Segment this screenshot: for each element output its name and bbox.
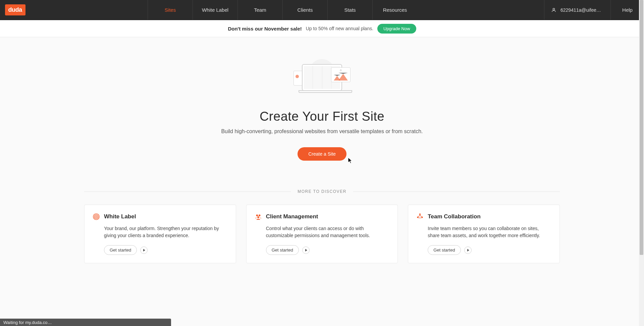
feature-cards: White Label Your brand, our platform. St… xyxy=(84,205,560,263)
card-title: Team Collaboration xyxy=(428,213,480,220)
nav-resources[interactable]: Resources xyxy=(372,0,417,20)
nav-items: Sites White Label Team Clients Stats Res… xyxy=(148,0,417,20)
svg-point-9 xyxy=(417,217,419,218)
svg-point-2 xyxy=(94,215,99,219)
card-title: White Label xyxy=(104,213,136,220)
scrollbar-track[interactable] xyxy=(639,0,644,326)
promo-detail: Up to 50% off new annual plans. xyxy=(306,26,373,31)
svg-point-7 xyxy=(257,216,259,218)
nav-stats[interactable]: Stats xyxy=(327,0,372,20)
play-icon xyxy=(467,249,469,252)
svg-point-8 xyxy=(419,213,421,215)
upgrade-button[interactable]: Upgrade Now xyxy=(377,24,416,34)
user-icon xyxy=(551,7,556,13)
scrollbar-thumb[interactable] xyxy=(640,0,643,255)
play-video-button[interactable] xyxy=(140,247,148,254)
divider-line-right xyxy=(353,192,560,192)
hero-subtitle: Build high-converting, professional webs… xyxy=(65,128,579,134)
get-started-button[interactable]: Get started xyxy=(428,245,461,255)
svg-point-10 xyxy=(421,217,423,218)
nav-white-label[interactable]: White Label xyxy=(193,0,237,20)
nav-team[interactable]: Team xyxy=(237,0,282,20)
card-client-management: Client Management Control what your clie… xyxy=(246,205,398,263)
promo-banner: Don't miss our November sale! Up to 50% … xyxy=(0,20,644,37)
get-started-button[interactable]: Get started xyxy=(104,245,137,255)
card-description: Invite team members so you can collabora… xyxy=(416,225,551,239)
card-team-collaboration: Team Collaboration Invite team members s… xyxy=(408,205,560,263)
card-white-label: White Label Your brand, our platform. St… xyxy=(84,205,236,263)
divider-label: MORE TO DISCOVER xyxy=(298,189,346,194)
logo[interactable]: duda xyxy=(0,4,30,15)
hero-illustration xyxy=(293,59,351,103)
create-site-button[interactable]: Create a Site xyxy=(298,147,346,161)
people-icon xyxy=(255,213,262,220)
card-description: Control what your clients can access or … xyxy=(255,225,390,239)
user-email: 6229411a@uifee… xyxy=(560,7,601,13)
card-description: Your brand, our platform. Strengthen you… xyxy=(93,225,228,239)
play-icon xyxy=(143,249,145,252)
play-video-button[interactable] xyxy=(302,247,310,254)
svg-point-3 xyxy=(95,215,97,218)
user-menu[interactable]: 6229411a@uifee… xyxy=(544,0,610,20)
browser-status-bar: Waiting for my.duda.co… xyxy=(0,319,171,326)
promo-headline: Don't miss our November sale! xyxy=(228,26,302,32)
hero-title: Create Your First Site xyxy=(65,109,579,124)
collaboration-icon xyxy=(416,213,424,220)
divider-line-left xyxy=(84,192,291,192)
play-icon xyxy=(305,249,307,252)
play-video-button[interactable] xyxy=(464,247,472,254)
svg-point-6 xyxy=(259,215,261,217)
svg-point-5 xyxy=(256,215,258,217)
top-navigation: duda Sites White Label Team Clients Stat… xyxy=(0,0,644,20)
svg-point-0 xyxy=(553,8,554,10)
nav-sites[interactable]: Sites xyxy=(148,0,193,20)
divider-section: MORE TO DISCOVER xyxy=(84,189,560,194)
main-content: Create Your First Site Build high-conver… xyxy=(65,37,579,263)
logo-text: duda xyxy=(5,4,25,15)
nav-clients[interactable]: Clients xyxy=(282,0,327,20)
get-started-button[interactable]: Get started xyxy=(266,245,299,255)
svg-point-4 xyxy=(96,216,97,217)
fingerprint-icon xyxy=(93,213,100,220)
card-title: Client Management xyxy=(266,213,318,220)
